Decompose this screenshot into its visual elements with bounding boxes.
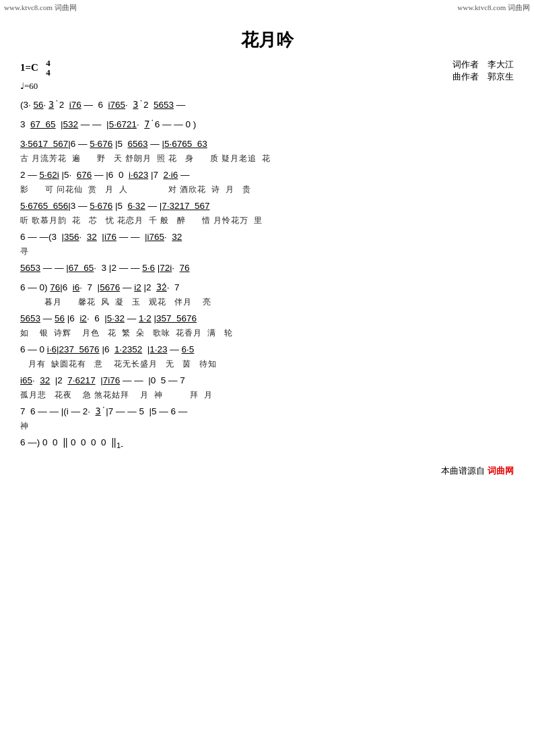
lyric-row-11: 孤月悲 花夜 急 煞花姑拜 月 神 拜 月 xyxy=(20,389,514,401)
score-block-8: 6 — 0) 76|6 i6· 7 |5676 — i2 |2 3̇2· 7 暮… xyxy=(20,278,514,308)
watermark-right: www.ktvc8.com 词曲网 xyxy=(457,3,530,13)
footer: 本曲谱源自 词曲网 xyxy=(20,465,514,477)
score-block-4: 2 — 5·62i |5· 676 — |6 0 i·623 |7 2·i6 —… xyxy=(20,166,514,195)
score-block-2: 3 67 65 |532 — — |5·6721· 7̇ 6 — — 0 ) xyxy=(20,115,514,133)
composer-line: 曲作者 郭京生 xyxy=(453,71,514,83)
note-row-4: 2 — 5·62i |5· 676 — |6 0 i·623 |7 2·i6 — xyxy=(20,166,514,184)
header-left: 1=C 4 4 ♩=60 xyxy=(20,59,51,92)
note-row-2: 3 67 65 |532 — — |5·6721· 7̇ 6 — — 0 ) xyxy=(20,115,514,133)
note-row-8: 6 — 0) 76|6 i6· 7 |5676 — i2 |2 3̇2· 7 xyxy=(20,278,514,296)
tempo: ♩=60 xyxy=(20,81,51,92)
footer-brand: 词曲网 xyxy=(488,465,514,477)
watermark-left: www.ktvc8.com 词曲网 xyxy=(4,3,77,13)
note-row-6: 6 — —(3 |356· 32 |i76 — — |i765· 32 xyxy=(20,228,514,246)
note-row-5: 5·6765 656|3 — 5·676 |5 6·32 — |7·3217 5… xyxy=(20,197,514,215)
lyric-row-5: 听 歌慕月韵 花 芯 忧 花恋月 千 般 醉 惜 月怜花万 里 xyxy=(20,215,514,226)
score-block-10: 6 — 0 i·6|237 5676 |6 1·2352 |1·23 — 6·5… xyxy=(20,340,514,370)
title: 花月吟 xyxy=(20,28,514,52)
note-row-10: 6 — 0 i·6|237 5676 |6 1·2352 |1·23 — 6·5 xyxy=(20,340,514,358)
lyric-row-4: 影 可 问花仙 赏 月 人 对 酒欣花 诗 月 贵 xyxy=(20,184,514,195)
note-row-1: (3· 56· 3̇ 2 i76 — 6 i765· 3̇ 2 5653 — xyxy=(20,96,514,114)
note-row-11: i65· 32 |2 7·6217 |7i76 — — |0 5 — 7 xyxy=(20,371,514,389)
score-block-12: 7 6 — — |(i — 2· 3̇ |7 — — 5 |5 — 6 — 神 xyxy=(20,402,514,432)
score-block-7: 5653 — — |67 65· 3 |2 — — 5·6 |72i· 76 xyxy=(20,259,514,277)
lyric-row-3: 古 月流芳花 遍 野 天 舒朗月 照 花 身 质 疑月老追 花 xyxy=(20,153,514,164)
score-block-11: i65· 32 |2 7·6217 |7i76 — — |0 5 — 7 孤月悲… xyxy=(20,371,514,401)
key: 1=C xyxy=(20,62,38,73)
score-block-5: 5·6765 656|3 — 5·676 |5 6·32 — |7·3217 5… xyxy=(20,197,514,226)
note-row-3: 3·5617 567|6 — 5·676 |5 6563 — |5·6765 6… xyxy=(20,135,514,153)
note-row-9: 5653 — 56 |6 i2· 6 |5·32 — 1·2 |357 5676 xyxy=(20,309,514,327)
lyric-row-12: 神 xyxy=(20,420,514,432)
key-signature: 1=C 4 4 xyxy=(20,59,51,78)
score-block-13: 6 —) 0 0 ‖ 0 0 0 0 ‖1- xyxy=(20,433,514,453)
lyric-row-10: 月有 缺圆花有 意 花无长盛月 无 茵 待知 xyxy=(20,358,514,370)
time-signature: 4 4 xyxy=(46,61,51,73)
score-block-1: (3· 56· 3̇ 2 i76 — 6 i765· 3̇ 2 5653 — xyxy=(20,96,514,114)
header-right: 词作者 李大江 曲作者 郭京生 xyxy=(453,59,514,83)
note-row-7: 5653 — — |67 65· 3 |2 — — 5·6 |72i· 76 xyxy=(20,259,514,277)
score-block-9: 5653 — 56 |6 i2· 6 |5·32 — 1·2 |357 5676… xyxy=(20,309,514,339)
lyricist-line: 词作者 李大江 xyxy=(453,59,514,71)
score-block-6: 6 — —(3 |356· 32 |i76 — — |i765· 32 寻 xyxy=(20,228,514,257)
lyric-row-6: 寻 xyxy=(20,246,514,257)
score-block-3: 3·5617 567|6 — 5·676 |5 6563 — |5·6765 6… xyxy=(20,135,514,164)
lyric-row-8: 暮月 馨花 风 凝 玉 观花 伴月 亮 xyxy=(20,296,514,308)
footer-label: 本曲谱源自 xyxy=(441,465,485,477)
note-row-13: 6 —) 0 0 ‖ 0 0 0 0 ‖1- xyxy=(20,433,514,453)
score-content: (3· 56· 3̇ 2 i76 — 6 i765· 3̇ 2 5653 — 3… xyxy=(20,96,514,453)
lyric-row-9: 如 银 诗辉 月色 花 繁 朵 歌咏 花香月 满 轮 xyxy=(20,327,514,339)
note-row-12: 7 6 — — |(i — 2· 3̇ |7 — — 5 |5 — 6 — xyxy=(20,402,514,420)
